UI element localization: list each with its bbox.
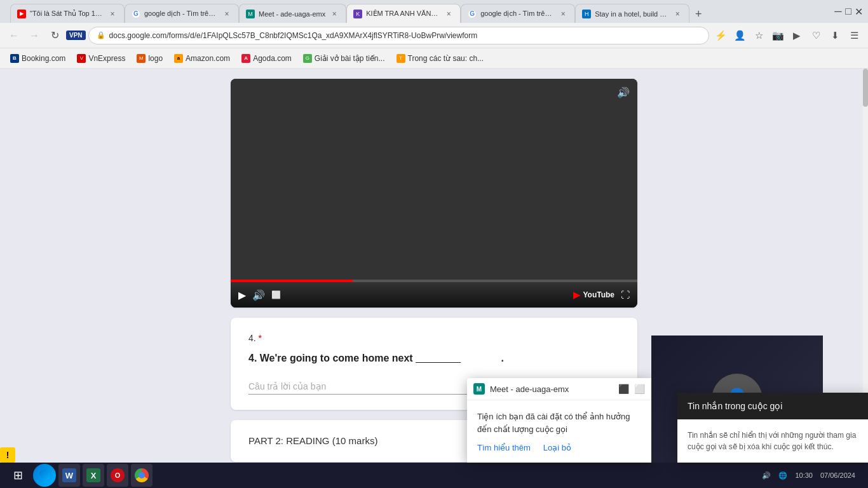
bookmark-vnexpress-label: VnExpress <box>88 54 125 63</box>
close-button[interactable]: ✕ <box>854 7 863 16</box>
settings-button[interactable]: ☰ <box>845 27 863 44</box>
vpn-badge: VPN <box>66 30 86 40</box>
extensions-button[interactable]: ⚡ <box>712 27 729 44</box>
bookmark-agoda-favicon: A <box>241 54 250 63</box>
tab-5-label: google dịch - Tìm trên... <box>480 10 554 18</box>
taskbar-app-chrome[interactable] <box>131 464 153 487</box>
tab-4-label: KIỂM TRA ANH VĂN LỚ... <box>366 10 440 18</box>
tab-2-label: google dịch - Tìm trên... <box>144 10 218 18</box>
meet-popup-title: Meet - ade-uaga-emx <box>490 384 613 394</box>
q4-num-text: 4. <box>248 333 259 343</box>
bookmark-agoda[interactable]: A Agoda.com <box>236 52 297 65</box>
toolbar-actions: ⚡ 👤 ☆ 📷 ▶ ♡ ⬇ ☰ <box>712 27 863 44</box>
tab-5[interactable]: G google dịch - Tìm trên... × <box>461 4 575 23</box>
tab-1[interactable]: ▶ "Tôi là Sát Thủ Top 1, N... × <box>10 4 125 23</box>
bookmark-trong[interactable]: T Trong các từ sau: ch... <box>391 52 489 65</box>
tab-5-close[interactable]: × <box>558 9 568 19</box>
vpn-label: VPN <box>69 32 83 39</box>
chat-popup: Tin nhắn trong cuộc gọi Tin nhắn sẽ chỉ … <box>677 393 868 463</box>
screenshot-button[interactable]: 📷 <box>769 27 787 44</box>
fullscreen-button[interactable]: ⛶ <box>621 290 630 300</box>
tab-2-favicon: G <box>132 10 140 18</box>
tab-2-close[interactable]: × <box>222 9 232 19</box>
meet-learn-more-link[interactable]: Tìm hiểu thêm <box>477 443 531 452</box>
taskbar-tray: 🔊 🌐 10:30 07/06/2024 <box>754 470 863 481</box>
video-wrapper: 🔊 ▶ 🔊 ⬜ ▶ YouTube ⛶ <box>231 79 637 308</box>
tray-network[interactable]: 🌐 <box>776 470 790 481</box>
bookmark-booking[interactable]: B Booking.com <box>5 52 71 65</box>
scrollbar-thumb[interactable] <box>863 69 868 107</box>
tab-4[interactable]: K KIỂM TRA ANH VĂN LỚ... × <box>346 4 461 23</box>
meet-dismiss-link[interactable]: Loại bỏ <box>543 443 571 452</box>
tab-1-close[interactable]: × <box>107 9 118 19</box>
meet-popup-expand-btn[interactable]: ⬜ <box>634 384 645 394</box>
q4-required-star: * <box>259 333 262 343</box>
taskbar-app-excel[interactable]: X <box>83 464 104 487</box>
tab-6[interactable]: H Stay in a hotel, build sa... × <box>575 4 689 23</box>
bookmark-amazon-favicon: a <box>174 54 183 63</box>
tray-speaker[interactable]: 🔊 <box>759 470 773 481</box>
play-button[interactable]: ▶ <box>788 27 806 44</box>
chat-popup-body: Tin nhắn sẽ chỉ hiển thị với những người… <box>677 419 868 463</box>
bookmark-giai-label: Giải vở bài tập tiến... <box>315 54 385 63</box>
part2-title: PART 2: READING (10 marks) <box>248 435 377 446</box>
maximize-button[interactable]: □ <box>844 7 853 16</box>
bookmark-logo-label: logo <box>148 54 163 63</box>
lock-icon: 🔒 <box>97 31 105 39</box>
tab-3[interactable]: M Meet - ade-uaga-emx × <box>239 4 346 23</box>
taskbar-app-edge[interactable] <box>33 464 56 487</box>
youtube-logo: ▶ YouTube <box>573 290 614 300</box>
meet-popup: M Meet - ade-uaga-emx ⬛ ⬜ Tiện ích bạn đ… <box>467 378 651 463</box>
tab-4-close[interactable]: × <box>444 9 454 19</box>
tab-6-favicon: H <box>582 10 591 18</box>
video-controls: ▶ 🔊 ⬜ ▶ YouTube ⛶ <box>231 282 637 308</box>
meet-popup-body: Tiện ích bạn đã cài đặt có thể ảnh hưởng… <box>467 400 651 463</box>
bookmark-logo-favicon: M <box>137 54 146 63</box>
taskbar-app-opera[interactable]: O <box>107 464 128 487</box>
tab-5-favicon: G <box>468 10 477 18</box>
profile-button[interactable]: 👤 <box>731 27 749 44</box>
video-card: 🔊 ▶ 🔊 ⬜ ▶ YouTube ⛶ <box>231 79 637 308</box>
tab-3-favicon: M <box>246 10 255 18</box>
bookmarks-bar: B Booking.com V VnExpress M logo a Amazo… <box>0 48 868 69</box>
heart-button[interactable]: ♡ <box>807 27 825 44</box>
tab-3-label: Meet - ade-uaga-emx <box>259 10 325 18</box>
bookmark-amazon-label: Amazon.com <box>186 54 230 63</box>
meet-popup-pip-btn[interactable]: ⬛ <box>618 384 629 394</box>
minimize-button[interactable]: ─ <box>834 7 843 16</box>
volume-icon: 🔊 <box>617 86 630 98</box>
tabs-area: ▶ "Tôi là Sát Thủ Top 1, N... × G google… <box>10 0 829 23</box>
tab-3-close[interactable]: × <box>329 9 339 19</box>
address-bar[interactable]: 🔒 docs.google.com/forms/d/e/1FAIpQLSc57B… <box>88 27 709 44</box>
download-button[interactable]: ⬇ <box>826 27 844 44</box>
tab-2[interactable]: G google dịch - Tìm trên... × <box>125 4 239 23</box>
meet-logo-icon: M <box>473 383 485 395</box>
favorite-button[interactable]: ☆ <box>750 27 768 44</box>
new-tab-button[interactable]: + <box>689 5 707 23</box>
video-inner: 🔊 ▶ 🔊 ⬜ ▶ YouTube ⛶ <box>231 79 637 308</box>
chat-popup-header: Tin nhắn trong cuộc gọi <box>677 393 868 419</box>
tray-date[interactable]: 07/06/2024 <box>818 470 858 480</box>
forward-button[interactable]: → <box>25 27 43 44</box>
bookmark-logo[interactable]: M logo <box>132 52 168 65</box>
start-button[interactable]: ⊞ <box>5 464 31 487</box>
exclamation-button[interactable]: ! <box>0 447 15 463</box>
bookmark-amazon[interactable]: a Amazon.com <box>169 52 235 65</box>
play-pause-button[interactable]: ▶ <box>238 289 246 301</box>
toolbar: ← → ↻ VPN 🔒 docs.google.com/forms/d/e/1F… <box>0 23 868 48</box>
refresh-button[interactable]: ↻ <box>46 27 64 44</box>
tab-4-favicon: K <box>353 10 362 18</box>
back-button[interactable]: ← <box>5 27 23 44</box>
bookmark-trong-favicon: T <box>397 54 405 63</box>
taskbar-app-word[interactable]: W <box>58 464 80 487</box>
bookmark-giai[interactable]: G Giải vở bài tập tiến... <box>298 52 390 65</box>
captions-button[interactable]: ⬜ <box>271 290 281 299</box>
bookmark-trong-label: Trong các từ sau: ch... <box>408 54 484 63</box>
bookmark-agoda-label: Agoda.com <box>253 54 292 63</box>
bookmark-vnexpress[interactable]: V VnExpress <box>72 52 130 65</box>
tab-6-close[interactable]: × <box>672 9 682 19</box>
meet-warning-text: Tiện ích bạn đã cài đặt có thể ảnh hưởng… <box>477 410 641 435</box>
tray-time[interactable]: 10:30 <box>792 470 815 480</box>
mute-button[interactable]: 🔊 <box>252 289 265 301</box>
meet-popup-header: M Meet - ade-uaga-emx ⬛ ⬜ <box>467 378 651 400</box>
